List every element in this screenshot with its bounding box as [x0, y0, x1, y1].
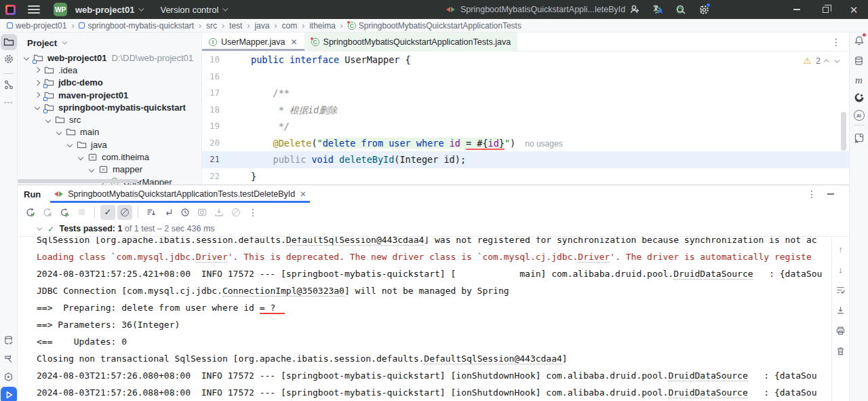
restore-button[interactable] [811, 0, 840, 19]
build-hammer-icon[interactable] [1, 350, 17, 366]
up-stack-trace-icon[interactable]: ↑ [834, 242, 848, 256]
line-number[interactable]: 18 [202, 102, 229, 119]
maven-tool-window-icon[interactable]: m [851, 72, 867, 88]
services-tool-window-icon[interactable] [1, 368, 17, 385]
breadcrumb-item[interactable]: itheima [308, 21, 337, 31]
rerun-tests-icon[interactable] [23, 205, 38, 220]
breadcrumb-item[interactable]: springboot-mybatis-quickstart [77, 21, 195, 31]
tree-row[interactable]: jdbc-demo [18, 77, 201, 89]
project-panel-title[interactable]: Project [27, 38, 57, 48]
run-panel-options-icon[interactable]: ⋮ [807, 189, 816, 199]
navigate-with-single-click-icon[interactable] [161, 205, 176, 220]
project-tool-window-icon[interactable] [1, 34, 17, 50]
chevron-down-icon[interactable] [67, 142, 73, 147]
translate-icon[interactable] [650, 1, 666, 18]
code-with-me-icon[interactable] [627, 1, 643, 18]
line-number[interactable]: 16 [202, 69, 229, 85]
import-tests-icon[interactable] [212, 205, 226, 220]
breadcrumb-item[interactable]: src [205, 21, 218, 31]
vcs-widget[interactable]: Version control [156, 3, 231, 17]
line-number[interactable]: 22 [202, 168, 229, 185]
rerun-failed-tests-icon[interactable] [40, 205, 55, 220]
sort-tests-icon[interactable] [144, 205, 159, 220]
tab-application-tests[interactable]: C SpringbootMybatisQuickstartApplication… [304, 33, 518, 51]
breadcrumb-item[interactable]: test [228, 21, 243, 31]
gear-icon[interactable] [1, 51, 17, 67]
show-passed-icon[interactable]: ✓ [100, 205, 115, 220]
tab-usermapper[interactable]: I UserMapper.java ✕ [202, 33, 304, 51]
test-history-icon[interactable] [178, 205, 193, 220]
stop-icon[interactable] [74, 205, 89, 220]
ai-assistant-icon[interactable]: AI [851, 107, 867, 123]
editor-scrollbar[interactable] [841, 112, 846, 151]
intellij-logo-icon[interactable] [5, 5, 16, 15]
chevron-down-icon[interactable] [35, 104, 40, 110]
next-problem-icon[interactable] [834, 57, 840, 62]
main-menu-icon[interactable] [28, 5, 40, 14]
line-number[interactable]: 19 [202, 118, 229, 135]
inspections-widget[interactable]: ⚠ 2 [801, 54, 841, 67]
chevron-down-icon[interactable] [78, 154, 83, 159]
toggle-auto-test-icon[interactable] [57, 205, 72, 220]
code-area[interactable]: 10public interface UserMapper {1617 /**1… [202, 52, 849, 185]
warning-icon: ⚠ [804, 56, 812, 66]
chevron-down-icon[interactable] [89, 167, 94, 172]
line-number[interactable]: 17 [202, 85, 229, 102]
hide-panel-icon[interactable] [827, 193, 834, 195]
console-output[interactable]: SqlSession [org.apache.ibatis.session.de… [18, 237, 831, 401]
down-stack-trace-icon[interactable]: ↓ [834, 263, 848, 276]
settings-gear-icon[interactable] [696, 1, 712, 18]
run-tab[interactable]: SpringbootMybatisQuickstartApplicationTe… [50, 185, 310, 203]
tree-row[interactable]: .idea [18, 64, 201, 76]
more-tool-windows-icon[interactable]: … [1, 92, 17, 108]
documentation-tool-window-icon[interactable]: A [851, 130, 867, 146]
breadcrumb-item[interactable]: java [253, 21, 271, 31]
database-check-icon[interactable] [1, 332, 17, 348]
soft-wrap-icon[interactable] [834, 283, 848, 297]
close-tab-icon[interactable]: ✕ [291, 37, 298, 47]
show-ignored-icon[interactable] [117, 205, 132, 220]
tree-row[interactable]: com.itheima [18, 151, 201, 163]
project-switcher[interactable]: web-project01 [71, 3, 146, 17]
line-number[interactable]: 21 [202, 151, 229, 168]
clear-console-icon[interactable] [834, 344, 848, 358]
coverage-icon[interactable] [229, 205, 243, 220]
search-icon[interactable] [673, 1, 689, 18]
tree-row[interactable]: java [18, 138, 201, 151]
close-tab-icon[interactable]: ✕ [300, 190, 306, 199]
run-tool-window-icon[interactable] [1, 387, 17, 401]
chevron-right-icon[interactable] [35, 92, 40, 98]
collapse-icon[interactable] [37, 225, 42, 230]
scroll-to-end-icon[interactable] [834, 303, 848, 317]
gradle-tool-window-icon[interactable] [851, 90, 867, 106]
line-number[interactable]: 10 [202, 52, 229, 69]
structure-tool-window-icon[interactable] [1, 77, 17, 93]
more-options-icon[interactable]: ⋮ [245, 205, 260, 220]
tab-options-icon[interactable]: ⋮ [831, 33, 841, 52]
tree-row[interactable]: src [18, 113, 201, 126]
tree-item-label: .idea [58, 65, 77, 75]
minimize-button[interactable] [783, 0, 811, 19]
close-button[interactable]: ✕ [840, 0, 868, 19]
chevron-right-icon[interactable] [35, 79, 40, 85]
tree-row[interactable]: mapper [18, 164, 201, 176]
database-tool-window-icon[interactable] [851, 52, 867, 69]
prev-problem-icon[interactable] [823, 59, 829, 64]
chevron-down-icon[interactable] [45, 117, 51, 122]
run-configuration-selector[interactable]: SpringbootMybatisQuickstartAppli...leteB… [460, 5, 625, 14]
notifications-bell-icon[interactable] [851, 33, 867, 49]
breadcrumb-item[interactable]: CSpringbootMybatisQuickstartApplicationT… [347, 21, 523, 31]
tree-row[interactable]: maven-project01 [18, 89, 201, 101]
tree-row[interactable]: springboot-mybatis-quickstart [18, 101, 201, 113]
chevron-down-icon[interactable] [56, 130, 62, 135]
tree-row[interactable]: main [18, 126, 201, 138]
breadcrumb-item[interactable]: com [280, 21, 298, 31]
line-number[interactable]: 20 [202, 135, 229, 152]
chevron-down-icon[interactable] [24, 55, 29, 60]
horizontal-scrollbar[interactable] [18, 179, 138, 183]
screenshot-icon[interactable] [195, 205, 210, 220]
chevron-right-icon[interactable] [35, 67, 40, 73]
tree-row[interactable]: web-project01D:\DD\web-project01 [18, 52, 201, 64]
print-icon[interactable] [834, 324, 848, 337]
breadcrumb-item[interactable]: web-project01 [5, 21, 68, 31]
